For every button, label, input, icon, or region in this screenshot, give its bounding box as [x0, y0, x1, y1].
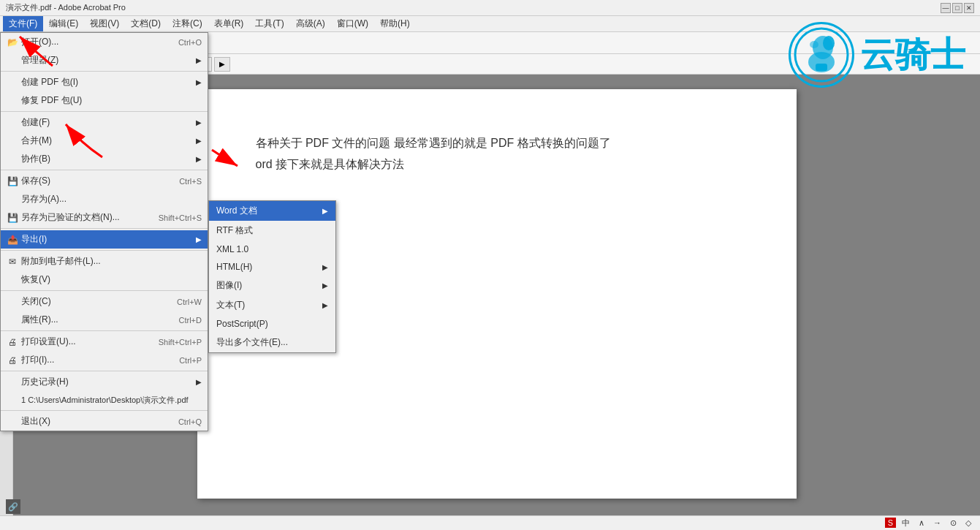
dropdown-overlay: 📂 打开(O)... Ctrl+O 管理器(Z) ▶ 创建 PDF 包(I) ▶… — [0, 32, 208, 431]
pdf-line-1: 各种关于 PDF 文件的问题 最经常遇到的就是 PDF 格式转换的问题了 — [256, 133, 738, 154]
tray-arrow-up[interactable]: ∧ — [916, 518, 927, 528]
menu-document[interactable]: 文档(D) — [125, 16, 167, 31]
export-html[interactable]: HTML(H) ▶ — [209, 258, 335, 276]
window-title: 演示文件.pdf - Adobe Acrobat Pro — [6, 2, 126, 13]
pdf-line-2: ord 接下来就是具体解决方法 — [256, 154, 738, 175]
svg-rect-5 — [816, 64, 827, 71]
submenu-arrow-2: ▶ — [196, 78, 202, 86]
pdf-text: 各种关于 PDF 文件的问题 最经常遇到的就是 PDF 格式转换的问题了 ord… — [256, 133, 738, 175]
sep5 — [1, 250, 208, 251]
menu-print[interactable]: 🖨 打印(I)... Ctrl+P — [1, 351, 208, 369]
export-image[interactable]: 图像(I) ▶ — [209, 276, 335, 295]
watermark-circle — [789, 22, 854, 88]
system-tray: S 中 ∧ → ⊙ ◇ — [879, 515, 980, 530]
menu-open[interactable]: 📂 打开(O)... Ctrl+O — [1, 33, 208, 51]
menu-email[interactable]: ✉ 附加到电子邮件(L)... — [1, 252, 208, 270]
menu-save[interactable]: 💾 保存(S) Ctrl+S — [1, 172, 208, 190]
menu-merge[interactable]: 合并(M) ▶ — [1, 132, 208, 150]
menu-window[interactable]: 窗口(W) — [331, 16, 374, 31]
menu-comment[interactable]: 注释(C) — [167, 16, 208, 31]
sep7 — [1, 330, 208, 331]
minimize-button[interactable]: — — [941, 3, 951, 13]
tray-s[interactable]: S — [885, 518, 896, 528]
sep2 — [1, 111, 208, 112]
tray-ime[interactable]: 中 — [899, 518, 913, 529]
menu-create-pkg[interactable]: 创建 PDF 包(I) ▶ — [1, 73, 208, 91]
link-icon[interactable]: 🔗 — [6, 499, 20, 514]
menu-close[interactable]: 关闭(C) Ctrl+W — [1, 292, 208, 311]
menu-history[interactable]: 历史记录(H) ▶ — [1, 373, 208, 391]
title-bar: 演示文件.pdf - Adobe Acrobat Pro — □ ✕ — [0, 0, 980, 16]
menu-tools[interactable]: 工具(T) — [249, 16, 289, 31]
menu-properties[interactable]: 属性(R)... Ctrl+D — [1, 311, 208, 329]
window-controls: — □ ✕ — [941, 3, 974, 13]
export-postscript[interactable]: PostScript(P) — [209, 315, 335, 333]
sep3 — [1, 170, 208, 170]
menu-help[interactable]: 帮助(H) — [374, 16, 416, 31]
export-multiple[interactable]: 导出多个文件(E)... — [209, 333, 335, 352]
svg-point-3 — [823, 36, 835, 50]
menu-edit[interactable]: 编辑(E) — [43, 16, 84, 31]
status-bar: S 中 ∧ → ⊙ ◇ — [0, 515, 980, 530]
menu-save-as[interactable]: 另存为(A)... — [1, 190, 208, 208]
menu-collaborate[interactable]: 协作(B) ▶ — [1, 150, 208, 168]
submenu-arrow: ▶ — [196, 56, 202, 64]
word-submenu-arrow: ▶ — [322, 207, 328, 215]
menu-revert[interactable]: 恢复(V) — [1, 270, 208, 289]
sep8 — [1, 371, 208, 371]
menu-recent-file[interactable]: 1 C:\Users\Administrator\Desktop\演示文件.pd… — [1, 391, 208, 409]
menu-create[interactable]: 创建(F) ▶ — [1, 113, 208, 132]
bottom-left-icon: 🔗 — [6, 499, 20, 514]
sep1 — [1, 71, 208, 72]
text-arrow-icon: ▶ — [322, 301, 328, 309]
menu-export[interactable]: 📤 导出(I) ▶ — [1, 230, 208, 249]
watermark-brand: 云骑士 — [860, 31, 965, 78]
menu-save-certified[interactable]: 💾 另存为已验证的文档(N)... Shift+Ctrl+S — [1, 208, 208, 227]
file-menu: 📂 打开(O)... Ctrl+O 管理器(Z) ▶ 创建 PDF 包(I) ▶… — [0, 32, 208, 431]
menu-file[interactable]: 文件(F) — [3, 16, 43, 31]
export-arrow-icon: ▶ — [196, 235, 202, 243]
knight-icon — [792, 26, 851, 84]
sep6 — [1, 290, 208, 291]
export-submenu: Word 文档 ▶ RTF 格式 XML 1.0 HTML(H) ▶ 图像(I)… — [208, 200, 336, 353]
folder-icon: 📂 — [7, 37, 18, 48]
export-word[interactable]: Word 文档 ▶ — [209, 201, 335, 221]
menu-repair-pkg[interactable]: 修复 PDF 包(U) — [1, 91, 208, 110]
menu-exit[interactable]: 退出(X) Ctrl+Q — [1, 412, 208, 431]
menu-print-setup[interactable]: 🖨 打印设置(U)... Shift+Ctrl+P — [1, 333, 208, 351]
html-arrow-icon: ▶ — [322, 263, 328, 271]
maximize-button[interactable]: □ — [952, 3, 962, 13]
tray-circle[interactable]: ⊙ — [947, 518, 960, 528]
menu-advanced[interactable]: 高级(A) — [290, 16, 331, 31]
export-text[interactable]: 文本(T) ▶ — [209, 295, 335, 315]
menu-forms[interactable]: 表单(R) — [208, 16, 250, 31]
tray-arrow-right[interactable]: → — [930, 518, 944, 527]
submenu-arrow-3: ▶ — [196, 118, 202, 126]
menu-view[interactable]: 视图(V) — [84, 16, 125, 31]
tray-diamond[interactable]: ◇ — [962, 518, 974, 528]
search-go-btn[interactable]: ▶ — [214, 57, 230, 72]
watermark-logo: 云骑士 — [789, 22, 965, 88]
submenu-arrow-4: ▶ — [196, 137, 202, 145]
submenu-arrow-5: ▶ — [196, 155, 202, 163]
export-xml[interactable]: XML 1.0 — [209, 241, 335, 258]
export-rtf[interactable]: RTF 格式 — [209, 221, 335, 241]
close-button[interactable]: ✕ — [964, 3, 974, 13]
sep9 — [1, 410, 208, 411]
sep4 — [1, 228, 208, 229]
history-arrow-icon: ▶ — [196, 378, 202, 386]
image-arrow-icon: ▶ — [322, 281, 328, 289]
svg-point-4 — [810, 41, 818, 48]
menu-manage[interactable]: 管理器(Z) ▶ — [1, 51, 208, 69]
